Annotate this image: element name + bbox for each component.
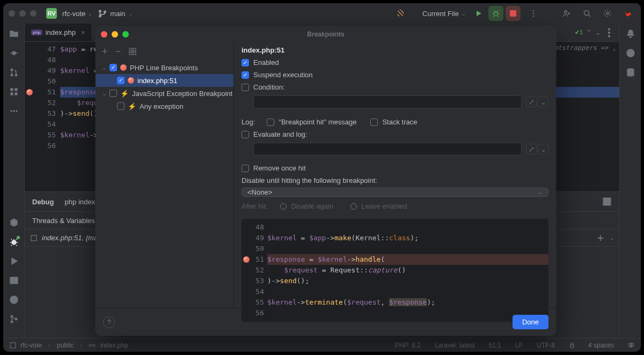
chevron-down-icon[interactable]: ⌄ (610, 235, 614, 241)
remove-breakpoint-button[interactable]: − (115, 46, 121, 57)
history-dropdown-icon[interactable]: ⌄ (538, 97, 548, 107)
tab-index-php[interactable]: php index.php × (25, 24, 92, 41)
search-button[interactable] (580, 6, 595, 21)
play-icon (475, 10, 482, 17)
add-breakpoint-button[interactable]: + (102, 46, 108, 57)
svg-point-9 (11, 69, 13, 71)
nav-up-icon[interactable]: ⌃ (586, 28, 592, 36)
project-dropdown[interactable]: rfc-vote ⌄ (62, 10, 92, 18)
settings-button[interactable] (600, 6, 615, 21)
after-hit-disable-radio (280, 203, 287, 210)
layout-icon[interactable] (602, 197, 612, 206)
item-checkbox[interactable] (117, 77, 125, 84)
readonly-icon[interactable] (569, 342, 575, 349)
history-dropdown-icon[interactable]: ⌄ (538, 144, 548, 154)
collapse-icon[interactable]: ⌄ (102, 65, 106, 71)
enabled-checkbox[interactable] (241, 59, 249, 66)
cursor-position[interactable]: 51:1 (489, 342, 501, 349)
help-button[interactable]: ? (103, 316, 115, 328)
database-icon[interactable] (626, 68, 635, 77)
log-message-checkbox[interactable] (267, 119, 274, 126)
tree-toolbar: + − (96, 42, 233, 61)
ai-icon[interactable] (626, 48, 635, 58)
maximize-window-icon[interactable] (30, 10, 36, 17)
gear-icon (603, 9, 612, 18)
branch-dropdown[interactable]: main ⌄ (98, 9, 132, 18)
tab-menu-icon[interactable] (604, 28, 614, 38)
close-tab-icon[interactable]: × (81, 28, 85, 36)
stop-button[interactable] (506, 6, 521, 21)
suspend-checkbox[interactable] (241, 71, 249, 79)
crumb-folder[interactable]: public (57, 342, 74, 349)
dialog-minimize-icon[interactable] (112, 31, 118, 38)
tree-item-any-exception[interactable]: ⚡ Any exception (96, 100, 233, 113)
dialog-maximize-icon[interactable] (122, 31, 129, 38)
expand-icon[interactable]: ⤢ (526, 97, 537, 107)
problems-icon[interactable] (9, 295, 19, 305)
dialog-titlebar[interactable]: Breakpoints (96, 27, 556, 42)
pull-requests-icon[interactable] (9, 68, 19, 77)
code-with-me-button[interactable] (559, 6, 574, 21)
debug-button[interactable] (488, 6, 503, 21)
crumb-project[interactable]: rfc-vote (20, 342, 42, 349)
debug-tab[interactable]: Debug (32, 198, 54, 206)
breakpoint-gutter[interactable] (25, 42, 34, 191)
laravel-version[interactable]: Laravel: latest (435, 342, 475, 349)
run-tool-icon[interactable] (9, 256, 19, 266)
crumb-file[interactable]: index.php (100, 342, 128, 349)
window-controls[interactable] (9, 10, 36, 17)
disable-until-select[interactable]: <None> ⌄ (241, 188, 548, 197)
minimize-window-icon[interactable] (19, 10, 26, 17)
item-checkbox[interactable] (117, 102, 125, 110)
dialog-title-label: Breakpoints (307, 31, 344, 38)
run-button[interactable] (471, 6, 486, 21)
line-ending[interactable]: LF (515, 342, 523, 349)
reader-mode-icon[interactable] (628, 342, 634, 349)
group-by-icon[interactable] (128, 47, 137, 56)
breakpoints-tree-panel: + − ⌄ PHP Line Breakpoints index.php:51 (96, 42, 234, 308)
structure-icon[interactable] (9, 87, 19, 97)
svg-rect-38 (129, 52, 132, 55)
commit-icon[interactable] (9, 48, 19, 58)
inspection-status[interactable]: ✔1 (575, 29, 583, 36)
expand-icon[interactable]: ⤢ (526, 144, 537, 154)
module-icon (10, 342, 16, 349)
done-button[interactable]: Done (513, 315, 548, 329)
php-version[interactable]: PHP: 8.2 (395, 342, 421, 349)
tree-item-index-51[interactable]: index.php:51 (96, 74, 233, 87)
evaluate-input[interactable] (253, 143, 522, 156)
add-watch-icon[interactable] (596, 233, 605, 243)
php-file-icon: php (64, 198, 76, 206)
collapse-icon[interactable]: ⌄ (102, 91, 106, 97)
dialog-close-icon[interactable] (101, 31, 107, 38)
evaluate-checkbox[interactable] (241, 131, 249, 138)
terminal-icon[interactable] (9, 276, 19, 285)
debug-session-tab[interactable]: phpindex. (64, 198, 97, 206)
stack-trace-checkbox[interactable] (370, 119, 378, 126)
run-config-dropdown[interactable]: Current File ⌄ (422, 10, 466, 18)
more-actions-button[interactable] (526, 6, 541, 21)
exception-icon: ⚡ (120, 90, 129, 98)
svg-point-11 (15, 74, 17, 76)
tree-group-js[interactable]: ⌄ ⚡ JavaScript Exception Breakpoint (96, 87, 233, 100)
indent-setting[interactable]: 4 spaces (588, 342, 614, 349)
breakpoints-tree[interactable]: ⌄ PHP Line Breakpoints index.php:51 ⌄ ⚡ (96, 61, 233, 308)
group-checkbox[interactable] (109, 90, 117, 97)
tree-group-php[interactable]: ⌄ PHP Line Breakpoints (96, 61, 233, 74)
inspections-icon[interactable] (396, 9, 405, 18)
folder-icon[interactable] (9, 29, 19, 39)
more-icon[interactable] (9, 106, 19, 116)
search-icon (583, 9, 591, 18)
encoding[interactable]: UTF-8 (537, 342, 555, 349)
nav-down-icon[interactable]: ⌄ (595, 28, 601, 36)
vcs-icon[interactable] (9, 314, 19, 324)
condition-input[interactable] (253, 95, 522, 108)
remove-once-checkbox[interactable] (241, 165, 249, 172)
notifications-icon[interactable] (626, 29, 635, 39)
services-icon[interactable] (9, 218, 19, 227)
condition-checkbox[interactable] (241, 84, 249, 91)
group-checkbox[interactable] (109, 64, 117, 71)
svg-rect-13 (15, 88, 17, 91)
breakpoint-marker[interactable] (26, 89, 33, 95)
close-window-icon[interactable] (9, 10, 15, 17)
